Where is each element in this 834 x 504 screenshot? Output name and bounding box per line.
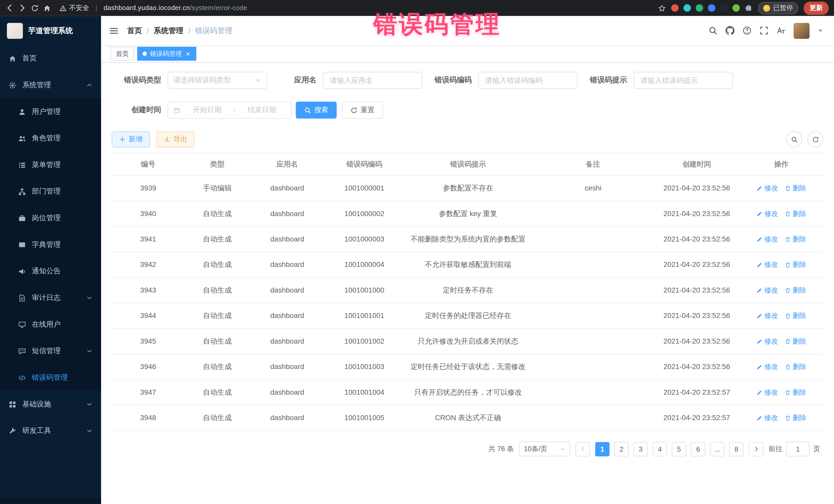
blue-extension-icon[interactable] xyxy=(708,4,715,12)
prev-page-button[interactable] xyxy=(576,442,590,456)
address-url[interactable]: dashboard.yudao.iocoder.cn/system/error-… xyxy=(104,4,247,12)
reset-button[interactable]: 重置 xyxy=(342,102,383,118)
sidebar-item-error-code[interactable]: 错误码管理 xyxy=(0,365,101,391)
delete-button[interactable]: 删除 xyxy=(785,259,806,269)
sidebar-item-dept[interactable]: 部门管理 xyxy=(0,178,101,205)
tab-item[interactable]: 首页 xyxy=(111,47,134,61)
menu-list-icon xyxy=(18,161,26,169)
search-button[interactable]: 搜索 xyxy=(295,102,337,118)
sidebar-item-system[interactable]: 系统管理 xyxy=(0,72,101,98)
tab-label: 首页 xyxy=(116,49,129,58)
teal-extension-icon[interactable] xyxy=(683,4,690,12)
edit-button[interactable]: 修改 xyxy=(756,259,778,269)
search-icon[interactable] xyxy=(708,26,718,35)
error-message-input[interactable] xyxy=(634,72,733,89)
browser-back-icon[interactable] xyxy=(5,4,14,12)
edit-button[interactable]: 修改 xyxy=(756,234,778,244)
add-button[interactable]: 新增 xyxy=(112,131,150,147)
sidebar-item-post[interactable]: 岗位管理 xyxy=(0,205,101,232)
delete-button[interactable]: 删除 xyxy=(785,361,806,372)
sidebar-item-infrastructure[interactable]: 基础设施 xyxy=(0,391,101,418)
leaf-extension-icon[interactable] xyxy=(732,4,740,12)
plus-icon xyxy=(119,136,126,143)
edit-button[interactable]: 修改 xyxy=(756,413,778,423)
sidebar-item-label: 岗位管理 xyxy=(32,213,92,223)
help-icon[interactable] xyxy=(742,26,751,35)
infrastructure-icon xyxy=(8,400,17,408)
browser-home-icon[interactable] xyxy=(43,4,51,12)
delete-button[interactable]: 删除 xyxy=(785,285,806,295)
delete-button[interactable]: 删除 xyxy=(785,413,806,423)
goto-page-input[interactable] xyxy=(786,441,809,456)
browser-reload-icon[interactable] xyxy=(31,4,39,12)
sidebar-item-menu[interactable]: 菜单管理 xyxy=(0,152,101,178)
delete-button[interactable]: 删除 xyxy=(785,234,806,244)
delete-button[interactable]: 删除 xyxy=(785,336,806,346)
next-page-button[interactable] xyxy=(749,442,763,456)
sidebar-item-notice[interactable]: 通知公告 xyxy=(0,258,101,285)
page-button-6[interactable]: 6 xyxy=(691,442,705,456)
edit-button[interactable]: 修改 xyxy=(756,361,778,372)
user-avatar[interactable] xyxy=(793,23,809,39)
dark-extension-icon[interactable] xyxy=(720,4,727,12)
refresh-table-button[interactable] xyxy=(807,131,823,147)
page-button-2[interactable]: 2 xyxy=(614,442,629,456)
caret-down-icon[interactable] xyxy=(817,28,824,34)
security-chip[interactable]: 不安全 xyxy=(60,3,89,12)
sidebar-item-dict[interactable]: 字典管理 xyxy=(0,232,101,258)
breadcrumb-item[interactable]: 首页 xyxy=(127,26,142,36)
page-button-3[interactable]: 3 xyxy=(634,442,648,456)
breadcrumb-item[interactable]: 系统管理 xyxy=(154,26,183,36)
red-extension-icon[interactable] xyxy=(671,4,679,12)
cell-operations: 修改删除 xyxy=(739,278,823,303)
column-header: 错误码提示 xyxy=(404,153,532,175)
sidebar-item-dev-tools[interactable]: 研发工具 xyxy=(0,418,101,444)
sidebar-item-online-user[interactable]: 在线用户 xyxy=(0,311,101,338)
edit-button-label: 修改 xyxy=(764,336,778,346)
page-button-1[interactable]: 1 xyxy=(595,442,610,456)
delete-button[interactable]: 删除 xyxy=(785,183,806,193)
hamburger-icon[interactable] xyxy=(109,26,118,36)
sidebar-item-user[interactable]: 用户管理 xyxy=(0,98,101,125)
page-button-4[interactable]: 4 xyxy=(653,442,667,456)
edit-button[interactable]: 修改 xyxy=(756,310,778,321)
divider: | xyxy=(95,4,97,12)
toggle-search-button[interactable] xyxy=(786,131,802,147)
github-icon[interactable] xyxy=(725,26,734,35)
error-code-input[interactable] xyxy=(478,72,578,89)
sidebar-item-home[interactable]: 首页 xyxy=(0,45,101,72)
sidebar-item-role[interactable]: 角色管理 xyxy=(0,125,101,152)
browser-update-button[interactable]: 更新 xyxy=(804,1,829,15)
filter-label-error-code: 错误码编码 xyxy=(422,75,478,85)
green-extension-icon[interactable] xyxy=(696,4,703,12)
sidebar-item-audit-log[interactable]: 审计日志 xyxy=(0,285,101,311)
puzzle-extension-icon[interactable] xyxy=(744,4,752,12)
delete-button[interactable]: 删除 xyxy=(785,209,806,218)
edit-button[interactable]: 修改 xyxy=(756,209,778,218)
fullscreen-icon[interactable] xyxy=(760,26,769,35)
page-size-select[interactable]: 10条/页 xyxy=(519,441,570,456)
cell-remark xyxy=(532,385,654,400)
edit-button[interactable]: 修改 xyxy=(756,285,778,295)
paused-badge[interactable]: 已暂停 xyxy=(758,2,798,14)
create-time-range-picker[interactable]: 开始日期 - 结束日期 xyxy=(168,102,291,118)
app-name-input[interactable] xyxy=(323,72,422,89)
page-button-5[interactable]: 5 xyxy=(672,442,686,456)
app-logo-row[interactable]: 芋道管理系统 xyxy=(0,16,101,45)
delete-button[interactable]: 删除 xyxy=(785,387,806,397)
page-button-8[interactable]: 8 xyxy=(729,442,744,456)
delete-button[interactable]: 删除 xyxy=(785,310,806,321)
browser-forward-icon[interactable] xyxy=(18,4,26,12)
edit-button[interactable]: 修改 xyxy=(756,336,778,346)
tab-active[interactable]: 错误码管理 xyxy=(137,47,196,61)
cell-remark xyxy=(532,257,654,272)
error-type-select[interactable]: 请选择错误码类型 xyxy=(168,72,267,89)
close-icon[interactable] xyxy=(185,51,191,57)
edit-button[interactable]: 修改 xyxy=(756,183,778,193)
page-ellipsis[interactable]: ... xyxy=(710,442,724,456)
font-size-icon[interactable] xyxy=(776,26,786,35)
sidebar-item-sms[interactable]: 短信管理 xyxy=(0,338,101,365)
bookmark-star-icon[interactable] xyxy=(658,4,666,12)
export-button[interactable]: 导出 xyxy=(156,131,195,147)
edit-button[interactable]: 修改 xyxy=(756,387,778,397)
